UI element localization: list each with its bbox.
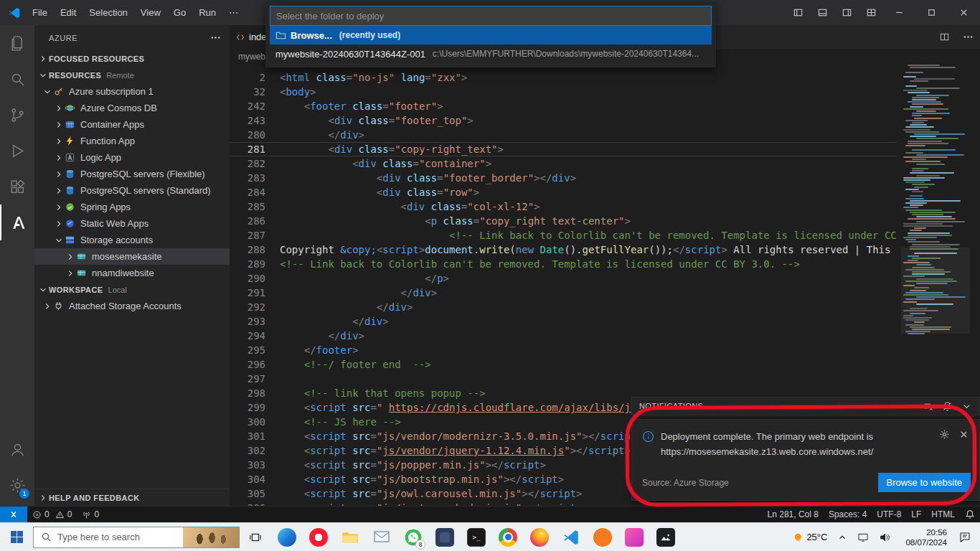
taskbar-app-opera[interactable] (303, 523, 334, 551)
taskbar-app-whatsapp[interactable]: 8 (397, 523, 429, 551)
action-center-icon[interactable] (954, 531, 980, 544)
tree-item-postgresql-servers-standard[interactable]: PostgreSQL servers (Standard) (34, 182, 230, 199)
layout-panel-icon[interactable] (810, 0, 834, 25)
tree-item-attached-storage-accounts[interactable]: Attached Storage Accounts (34, 298, 230, 314)
layout-customize-icon[interactable] (859, 0, 883, 25)
activity-extensions[interactable] (0, 169, 34, 204)
problems-status[interactable]: 00 (27, 507, 77, 523)
quickpick-item-browse[interactable]: Browse...(recently used) (270, 26, 712, 44)
activity-azure[interactable] (0, 204, 34, 240)
language-mode[interactable]: HTML (926, 507, 960, 523)
quickpick-item-mywebsite-20240630t143644z-001[interactable]: mywebsite-20240630T143644Z-001c:\Users\E… (270, 44, 712, 63)
taskbar-app-teams[interactable] (429, 523, 461, 551)
remote-indicator[interactable] (0, 507, 27, 523)
minimize-button[interactable] (883, 0, 915, 25)
taskbar-app-pink-app[interactable] (618, 523, 650, 551)
tree-item-mosesemekasite[interactable]: mosesemekasite (34, 248, 230, 265)
maximize-button[interactable] (915, 0, 948, 25)
tree-item-logic-app[interactable]: Logic App (34, 149, 230, 166)
menu-[interactable]: ⋯ (222, 0, 245, 25)
menu-go[interactable]: Go (167, 0, 192, 25)
chevron-right-icon (37, 53, 49, 65)
tree-item-nnamdiwebsite[interactable]: nnamdiwebsite (34, 265, 230, 281)
teams-icon (435, 528, 454, 547)
activity-settings[interactable]: 1 (0, 467, 34, 503)
taskbar-app-photos[interactable] (650, 523, 682, 551)
taskbar-app-file-explorer[interactable] (334, 523, 366, 551)
menu-file[interactable]: File (26, 0, 54, 25)
menu-selection[interactable]: Selection (83, 0, 133, 25)
activity-run-and-debug[interactable] (0, 133, 34, 169)
search-highlight-image[interactable] (183, 527, 239, 547)
browse-to-website-button[interactable]: Browse to website (878, 473, 971, 492)
taskbar-app-orange-app[interactable] (587, 523, 618, 551)
show-hidden-icons-chevron[interactable] (832, 532, 852, 542)
activity-accounts[interactable] (0, 431, 34, 467)
close-notification-icon[interactable] (958, 429, 969, 459)
errors-icon (32, 510, 42, 519)
more-editor-actions-icon[interactable] (956, 32, 980, 42)
line-number: 288 (230, 242, 265, 257)
key-icon (53, 86, 65, 98)
tree-item-spring-apps[interactable]: Spring Apps (34, 199, 230, 215)
code-text: </div> (280, 314, 389, 329)
taskbar-clock[interactable]: 20:5608/07/2024 (895, 527, 954, 547)
tree-item-function-app[interactable]: Function App (34, 133, 230, 149)
section-focused-resources[interactable]: FOCUSED RESOURCES (34, 50, 230, 67)
section-description: Local (108, 286, 127, 294)
cursor-position[interactable]: Ln 281, Col 8 (763, 507, 824, 523)
network-icon[interactable] (852, 532, 874, 543)
start-button[interactable] (0, 523, 33, 551)
hide-notifications-icon[interactable] (961, 401, 972, 412)
minimap-line (903, 76, 916, 77)
tree-item-azure-subscription-1[interactable]: Azure subscription 1 (34, 83, 230, 100)
quickpick-input[interactable]: Select the folder to deploy (270, 6, 712, 26)
split-editor-icon[interactable] (933, 32, 956, 42)
taskbar-app-vscode[interactable] (555, 523, 587, 551)
taskbar-app-terminal[interactable]: >_ (461, 523, 492, 551)
tree-item-azure-cosmos-db[interactable]: Azure Cosmos DB (34, 100, 230, 116)
layout-sidebar-left-icon[interactable] (786, 0, 810, 25)
chevron-right-icon (53, 152, 65, 164)
menu-edit[interactable]: Edit (54, 0, 83, 25)
volume-icon[interactable] (874, 532, 895, 543)
section-help-and-feedback[interactable]: HELP AND FEEDBACK (34, 489, 230, 506)
quick-pick-dialog: Select the folder to deploy Browse...(re… (265, 1, 716, 67)
eol[interactable]: LF (906, 507, 926, 523)
taskbar-search-box[interactable]: Type here to search (33, 527, 240, 548)
tree-item-postgresql-servers-flexible[interactable]: PostgreSQL servers (Flexible) (34, 166, 230, 182)
do-not-disturb-icon[interactable] (942, 401, 953, 412)
minimap-line (916, 110, 936, 112)
taskbar-app-chrome[interactable] (492, 523, 524, 551)
editor-actions (933, 25, 980, 49)
taskbar-app-mail[interactable] (366, 523, 397, 551)
section-resources[interactable]: RESOURCESRemote (34, 67, 230, 83)
activity-search[interactable] (0, 61, 34, 97)
notifications-bell-icon[interactable] (960, 507, 980, 523)
tree-item-static-web-apps[interactable]: Static Web Apps (34, 215, 230, 232)
layout-sidebar-right-icon[interactable] (834, 0, 859, 25)
section-workspace[interactable]: WORKSPACELocal (34, 281, 230, 298)
taskbar-app-edge[interactable] (271, 523, 303, 551)
tree-item-label: PostgreSQL servers (Flexible) (80, 169, 205, 179)
line-number: 304 (230, 472, 265, 486)
tree-item-container-apps[interactable]: Container Apps (34, 116, 230, 133)
menu-view[interactable]: View (134, 0, 167, 25)
taskbar-app-firefox[interactable] (524, 523, 555, 551)
ports-status[interactable]: 0 (77, 507, 104, 523)
task-view-button[interactable] (240, 523, 271, 551)
activity-explorer[interactable] (0, 25, 34, 61)
clear-all-notifications-icon[interactable] (923, 401, 933, 412)
close-window-button[interactable] (948, 0, 980, 25)
containerapps-icon (65, 119, 76, 131)
menu-run[interactable]: Run (192, 0, 222, 25)
encoding[interactable]: UTF-8 (872, 507, 906, 523)
indentation[interactable]: Spaces: 4 (824, 507, 872, 523)
minimap-viewport[interactable] (901, 248, 970, 334)
more-actions-icon[interactable] (210, 32, 221, 43)
weather-widget[interactable]: 25°C (787, 531, 832, 544)
quickpick-item-label: Browse... (291, 30, 332, 41)
notification-settings-icon[interactable] (939, 429, 950, 459)
activity-source-control[interactable] (0, 97, 34, 133)
tree-item-storage-accounts[interactable]: Storage accounts (34, 232, 230, 248)
